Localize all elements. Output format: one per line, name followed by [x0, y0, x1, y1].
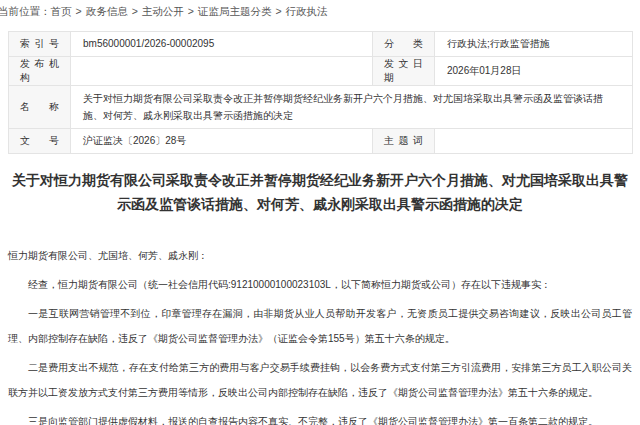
meta-label-index-number: 索引号	[9, 32, 71, 57]
breadcrumb: 当前位置：首页>政务信息>主动公开>证监局主题分类>行政执法	[0, 5, 640, 19]
meta-label-issuing-agency: 发布机构	[9, 57, 71, 86]
meta-value-issuing-agency	[71, 57, 373, 86]
meta-row-agency-date: 发布机构 发文日期 2026年01月28日	[9, 57, 633, 86]
meta-row-index-category: 索引号 bm56000001/2026-00002095 分类 行政执法;行政监…	[9, 32, 633, 57]
meta-value-category: 行政执法;行政监管措施	[435, 32, 633, 57]
breadcrumb-separator: >	[275, 5, 281, 17]
document-paragraph: 二是费用支出不规范，存在支付给第三方的费用与客户交易手续费挂钩，以会务费方式支付…	[8, 355, 632, 405]
page: 当前位置：首页>政务信息>主动公开>证监局主题分类>行政执法 索引号 bm560…	[0, 5, 640, 425]
breadcrumb-item-enforcement[interactable]: 行政执法	[286, 5, 328, 17]
meta-label-name: 名称	[9, 86, 71, 129]
breadcrumb-item-csrc-bureau-topics[interactable]: 证监局主题分类	[198, 5, 272, 17]
meta-value-doc-number: 沪证监决〔2026〕28号	[71, 129, 373, 154]
meta-row-docnumber-subject: 文号 沪证监决〔2026〕28号 主题词	[9, 129, 633, 154]
meta-value-index-number: bm56000001/2026-00002095	[71, 32, 373, 57]
meta-value-name: 关于对恒力期货有限公司采取责令改正并暂停期货经纪业务新开户六个月措施、对尤国培采…	[71, 86, 633, 129]
meta-value-subject-words	[435, 129, 633, 154]
document-paragraph: 经查，恒力期货有限公司（统一社会信用代码:91210000100023103L，…	[8, 272, 632, 297]
breadcrumb-separator: >	[76, 5, 82, 17]
document-paragraph: 三是向监管部门提供虚假材料，报送的自查报告内容不真实、不完整，违反了《期货公司监…	[8, 409, 632, 425]
document-paragraph: 一是互联网营销管理不到位，印章管理存在漏洞，由非期货从业人员帮助开发客户，无资质…	[8, 301, 632, 351]
breadcrumb-prefix: 当前位置：	[0, 5, 51, 17]
meta-label-doc-number: 文号	[9, 129, 71, 154]
breadcrumb-separator: >	[188, 5, 194, 17]
breadcrumb-item-gov-info[interactable]: 政务信息	[86, 5, 128, 17]
document-meta-table: 索引号 bm56000001/2026-00002095 分类 行政执法;行政监…	[8, 31, 633, 154]
meta-value-issue-date: 2026年01月28日	[435, 57, 633, 86]
meta-label-issue-date: 发文日期	[373, 57, 435, 86]
document-title: 关于对恒力期货有限公司采取责令改正并暂停期货经纪业务新开户六个月措施、对尤国培采…	[12, 168, 628, 216]
breadcrumb-item-proactive-disclosure[interactable]: 主动公开	[142, 5, 184, 17]
breadcrumb-item-home[interactable]: 首页	[51, 5, 72, 17]
breadcrumb-separator: >	[132, 5, 138, 17]
document-salutation: 恒力期货有限公司、尤国培、何芳、戚永刚：	[8, 243, 632, 268]
document-body: 恒力期货有限公司、尤国培、何芳、戚永刚： 经查，恒力期货有限公司（统一社会信用代…	[8, 243, 632, 425]
meta-row-name: 名称 关于对恒力期货有限公司采取责令改正并暂停期货经纪业务新开户六个月措施、对尤…	[9, 86, 633, 129]
meta-label-subject-words: 主题词	[373, 129, 435, 154]
meta-label-category: 分类	[373, 32, 435, 57]
